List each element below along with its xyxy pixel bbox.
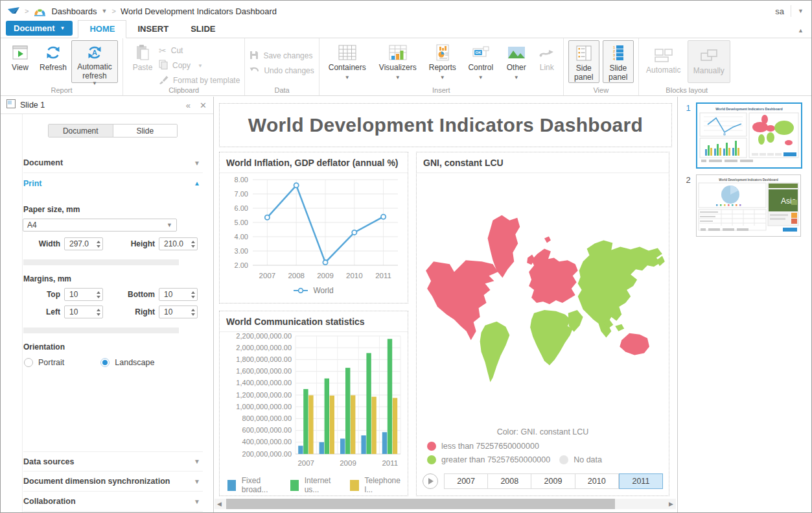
ribbon-group-blocks-layout: Automatic Manually Blocks layout [638,38,735,95]
reports-icon [435,43,450,62]
legend-item[interactable]: Telephone l... [343,476,409,494]
visualizers-button[interactable]: Visualizers ▼ [375,40,421,80]
world-choropleth-map[interactable] [421,193,666,402]
year-button-2008[interactable]: 2008 [488,473,531,489]
copy-button[interactable]: Copy▼ [159,59,240,72]
ribbon-group-insert: Containers ▼ Visualizers ▼ Reports ▼ OK [319,38,563,95]
paper-size-select[interactable]: A4▼ [23,219,177,232]
legend-label: less than 75257650000000 [441,442,539,451]
chevron-down-icon: ▼ [167,222,172,228]
section-print[interactable]: Print▲ [23,173,203,193]
svg-text:2009: 2009 [317,272,334,280]
switch-document[interactable]: Document [49,125,113,137]
horizontal-scrollbar[interactable]: ◀ ▶ [215,499,676,509]
chevron-down-icon: ▼ [440,75,445,80]
slide-panel-toggle-button[interactable]: 1234 Slide panel [603,40,634,83]
control-button[interactable]: OK Control ▼ [464,40,498,80]
chevron-down-icon: ▼ [194,478,200,485]
margin-bottom-stepper[interactable]: 10 [159,288,198,301]
link-button[interactable]: Link [535,40,559,73]
scroll-left-icon[interactable]: ◀ [217,501,222,507]
height-stepper[interactable]: 210.0 [159,237,198,250]
ribbon-group-clipboard: Paste ✂Cut Copy▼ Format by template Clip… [122,38,244,95]
line-chart-title: World Inflation, GDP deflator (annual %) [220,152,408,173]
chevron-down-icon: ▼ [194,458,200,465]
slide-number: 2 [684,174,692,237]
cut-button[interactable]: ✂Cut [159,44,240,57]
user-menu-caret-icon[interactable]: ▼ [798,8,804,14]
dashboard-title-block[interactable]: World Development Indicators Dashboard [219,103,672,147]
svg-text:World Development Indicators D: World Development Indicators Dashboard [719,178,778,182]
tab-slide[interactable]: SLIDE [180,21,226,38]
automatic-refresh-button[interactable]: A Automatic refresh ▼ [71,40,118,83]
section-document[interactable]: Document▼ [23,153,203,173]
scroll-right-icon[interactable]: ▶ [669,501,673,507]
view-button[interactable]: View [5,40,35,73]
year-button-2011[interactable]: 2011 [619,473,663,489]
svg-text:A: A [92,49,97,56]
paste-button[interactable]: Paste [128,40,157,73]
section-data-sources[interactable]: Data sources▼ [23,451,203,471]
orientation-landscape-radio[interactable]: Landscape [100,358,154,367]
legend-item[interactable]: Internet us... [284,476,343,494]
tab-home[interactable]: HOME [78,20,126,38]
map-region-iceland [544,237,550,243]
close-panel-icon[interactable]: ✕ [200,101,207,110]
map-color-caption: Color: GNI. constant LCU [417,427,669,436]
slide-2-thumbnail[interactable]: World Development Indicators Dashboard A… [696,174,801,237]
margin-left-label: Left [23,307,60,316]
svg-text:2007: 2007 [259,272,276,280]
tab-insert[interactable]: INSERT [126,21,180,38]
svg-text:400,000,000.00: 400,000,000.00 [242,438,292,446]
year-button-2009[interactable]: 2009 [531,473,575,489]
legend-label: No data [574,455,602,464]
dashboard-title: World Development Indicators Dashboard [248,114,643,136]
gni-map-block[interactable]: GNI, constant LCU C [416,152,669,496]
manually-layout-button[interactable]: Manually [688,40,730,83]
legend-swatch-icon [227,480,236,491]
collapse-ribbon-button[interactable]: ▲ [798,27,804,34]
undo-icon [249,66,259,76]
divider-strip [23,259,179,265]
user-menu[interactable]: sa [775,6,784,16]
svg-text:2009: 2009 [340,459,356,467]
reports-button[interactable]: Reports ▼ [425,40,460,80]
image-icon [507,43,526,62]
communication-bar-chart-block[interactable]: World Communication statistics 200,000,0… [219,311,408,496]
side-panel-toggle-button[interactable]: Side panel [568,40,599,83]
year-button-2010[interactable]: 2010 [575,473,619,489]
slide-1-thumbnail[interactable]: World Development Indicators Dashboard [696,102,802,169]
width-stepper[interactable]: 297.0 [64,237,103,250]
svg-text:8.00: 8.00 [235,176,248,184]
section-collaboration[interactable]: Collaboration▼ [23,492,203,512]
orientation-portrait-radio[interactable]: Portrait [24,358,64,367]
automatic-layout-icon [654,46,673,64]
margin-left-stepper[interactable]: 10 [64,305,103,318]
containers-button[interactable]: Containers ▼ [324,40,371,80]
margin-top-label: Top [23,290,60,299]
scrollbar-thumb[interactable] [226,499,615,509]
undo-changes-button[interactable]: Undo changes [249,64,314,77]
document-menu-button[interactable]: Document▼ [6,21,73,36]
switch-slide[interactable]: Slide [113,125,178,137]
breadcrumb-dashboards[interactable]: Dashboards [51,6,97,16]
other-button[interactable]: Other ▼ [502,40,531,80]
automatic-layout-button[interactable]: Automatic [644,40,684,75]
app-logo-icon[interactable] [7,6,20,16]
map-region-europe [529,248,578,304]
margin-right-stepper[interactable]: 10 [159,305,198,318]
play-button[interactable] [423,473,438,489]
collapse-panel-icon[interactable]: « [186,101,191,110]
legend-item[interactable]: Fixed broad... [221,476,284,494]
format-by-template-button[interactable]: Format by template [159,74,240,87]
refresh-button[interactable]: Refresh [36,40,70,73]
year-button-2007[interactable]: 2007 [444,473,488,489]
svg-text:6.00: 6.00 [235,204,248,212]
save-changes-button[interactable]: Save changes [249,49,314,62]
margin-top-stepper[interactable]: 10 [64,288,103,301]
inflation-line-chart-block[interactable]: World Inflation, GDP deflator (annual %)… [219,152,408,304]
legend-dot-icon [559,455,568,464]
breadcrumb-dashboards-caret-icon[interactable]: ▼ [102,8,108,14]
section-document-dimension-synchronization[interactable]: Document dimension synchronization▼ [23,471,203,492]
copy-icon [159,60,168,71]
